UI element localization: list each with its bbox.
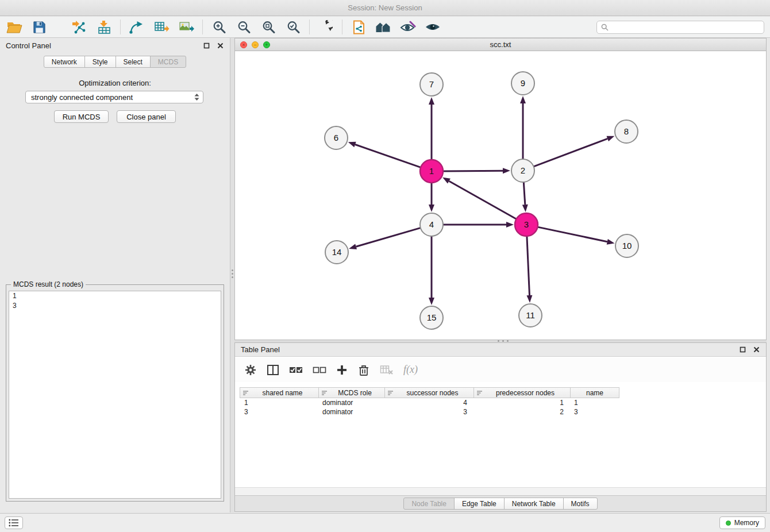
vertical-splitter[interactable]: [230, 38, 234, 512]
graph-edge-3-11[interactable]: [527, 236, 530, 295]
create-column-button[interactable]: [336, 364, 348, 376]
float-icon: [203, 43, 210, 49]
minimize-window-button[interactable]: −: [252, 41, 259, 48]
graph-node-label: 9: [521, 78, 525, 88]
graph-node-9[interactable]: 9: [511, 72, 534, 95]
close-panel-button[interactable]: Close panel: [117, 110, 176, 123]
function-builder-button[interactable]: f(x): [403, 364, 418, 376]
tab-select[interactable]: Select: [116, 56, 151, 68]
status-bar: Memory: [0, 513, 770, 532]
open-session-document-button[interactable]: [350, 18, 367, 36]
export-image-button[interactable]: [178, 18, 195, 36]
mcds-result-item[interactable]: 1: [9, 291, 221, 301]
float-panel-button[interactable]: [202, 41, 210, 49]
graph-edge-2-3[interactable]: [523, 182, 525, 205]
graph-node-10[interactable]: 10: [615, 234, 638, 257]
control-panel-header: Control Panel: [0, 38, 230, 53]
export-network-button[interactable]: [128, 18, 145, 36]
export-network-icon: [129, 20, 144, 34]
import-network-button[interactable]: [71, 18, 88, 36]
columns-icon: [267, 364, 279, 376]
mcds-result-list[interactable]: 13: [9, 291, 221, 499]
graph-node-15[interactable]: 15: [420, 306, 443, 329]
column-header-name[interactable]: name: [571, 387, 619, 398]
graph-edge-1-6[interactable]: [355, 145, 421, 168]
graph-node-label: 15: [427, 313, 437, 322]
graph-node-2[interactable]: 2: [511, 159, 534, 182]
tab-network[interactable]: Network: [44, 56, 85, 68]
show-graphics-details-button[interactable]: [424, 18, 441, 36]
mcds-result-group: MCDS result (2 nodes) 13: [6, 284, 224, 502]
graph-edge-arrowhead: [522, 205, 528, 212]
graph-node-14[interactable]: 14: [325, 241, 348, 264]
tab-style[interactable]: Style: [84, 56, 116, 68]
export-table-icon: [154, 20, 170, 34]
sort-icon: [387, 390, 394, 396]
graph-node-7[interactable]: 7: [420, 73, 443, 96]
tab-motifs[interactable]: Motifs: [563, 498, 598, 510]
zoom-selected-button[interactable]: [284, 18, 302, 36]
graph-edge-1-2[interactable]: [443, 171, 503, 171]
memory-button[interactable]: Memory: [719, 516, 765, 529]
graph-node-11[interactable]: 11: [519, 304, 542, 327]
memory-status-icon: [726, 521, 731, 526]
mcds-result-item[interactable]: 3: [9, 301, 221, 311]
refresh-view-button[interactable]: [317, 18, 334, 36]
graph-node-label: 8: [624, 126, 629, 136]
zoom-out-button[interactable]: [235, 18, 252, 36]
close-window-button[interactable]: ×: [240, 41, 247, 48]
graph-edge-3-10[interactable]: [538, 227, 607, 242]
open-session-button[interactable]: [6, 18, 23, 36]
close-panel-button[interactable]: [216, 41, 224, 49]
graph-edge-4-14[interactable]: [356, 228, 421, 247]
column-header-shared-name[interactable]: shared name: [240, 387, 319, 398]
graph-node-3[interactable]: 3: [515, 213, 538, 236]
window-titlebar[interactable]: Session: New Session: [0, 0, 770, 16]
save-session-button[interactable]: [30, 18, 48, 36]
zoom-fit-button[interactable]: [260, 18, 277, 36]
import-table-button[interactable]: [95, 18, 113, 36]
format-columns-button[interactable]: [267, 364, 279, 376]
graph-node-4[interactable]: 4: [420, 213, 443, 236]
graph-node-1[interactable]: 1: [420, 160, 443, 183]
tab-node-table[interactable]: Node Table: [403, 498, 455, 510]
search-input[interactable]: [611, 23, 760, 31]
network-window-titlebar[interactable]: × − + scc.txt: [235, 38, 766, 51]
horizontal-scrollbar[interactable]: [235, 487, 766, 495]
select-all-columns-button[interactable]: [289, 365, 303, 375]
render-style-button[interactable]: [399, 18, 417, 36]
export-table-button[interactable]: [153, 18, 170, 36]
table-row[interactable]: 1dominator411: [240, 398, 765, 407]
table-mode-button[interactable]: [244, 364, 257, 376]
graph-edge-3-1[interactable]: [449, 181, 517, 219]
import-network-icon: [72, 20, 87, 34]
close-panel-button[interactable]: [752, 346, 760, 354]
network-overview-button[interactable]: [375, 18, 392, 36]
zoom-window-button[interactable]: +: [263, 41, 270, 48]
search-box[interactable]: [596, 21, 764, 34]
table-panel-title: Table Panel: [241, 345, 280, 354]
zoom-in-button[interactable]: [210, 18, 228, 36]
delete-table-button[interactable]: [380, 364, 394, 376]
style-brush-eye-icon: [400, 21, 416, 33]
unselect-all-columns-button[interactable]: [313, 365, 326, 375]
tab-network-table[interactable]: Network Table: [504, 498, 564, 510]
network-graph[interactable]: 7968124314101511: [235, 51, 767, 340]
graph-edge-arrowhead: [349, 244, 357, 249]
delete-columns-button[interactable]: [357, 364, 370, 376]
run-mcds-button[interactable]: Run MCDS: [54, 110, 109, 123]
graph-node-6[interactable]: 6: [325, 126, 348, 149]
optimization-dropdown[interactable]: strongly connected component: [25, 91, 203, 103]
graph-edge-2-8[interactable]: [534, 138, 608, 167]
table-row[interactable]: 3dominator323: [240, 407, 765, 417]
network-window-title: scc.txt: [490, 40, 511, 49]
tab-mcds[interactable]: MCDS: [150, 56, 186, 68]
float-panel-button[interactable]: [738, 346, 746, 354]
tab-edge-table[interactable]: Edge Table: [454, 498, 505, 510]
task-history-button[interactable]: [5, 516, 23, 529]
column-header-predecessor-nodes[interactable]: predecessor nodes: [474, 387, 571, 398]
optimization-criterion-label: Optimization criterion:: [0, 79, 230, 87]
graph-node-8[interactable]: 8: [615, 120, 638, 143]
column-header-successor-nodes[interactable]: successor nodes: [385, 387, 474, 398]
column-header-mcds-role[interactable]: MCDS role: [319, 387, 385, 398]
